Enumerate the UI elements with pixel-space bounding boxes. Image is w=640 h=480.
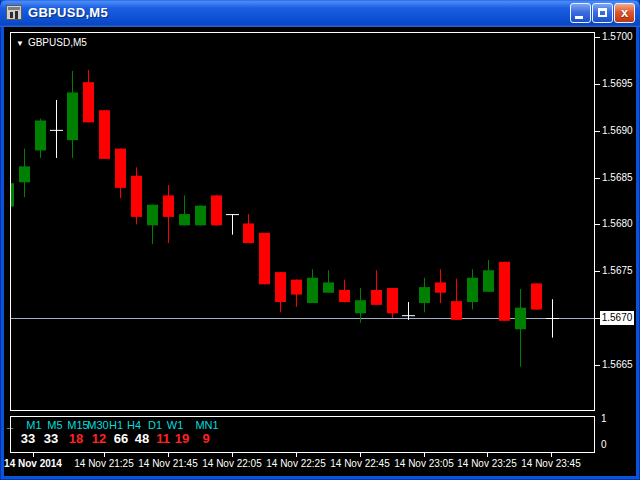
tf-value-M1: 33 [21, 432, 35, 446]
tf-value-M5: 33 [44, 432, 58, 446]
subwindow-label-dash: _ [7, 416, 13, 430]
tf-value-MN1: 9 [202, 432, 209, 446]
time-axis-label: 14 Nov 23:05 [394, 457, 454, 470]
tf-value-H1: 66 [114, 432, 128, 446]
chart-icon-candle [15, 11, 18, 19]
time-axis-label: 14 Nov 21:25 [74, 457, 134, 470]
time-axis-label: 14 Nov 2014 [4, 457, 62, 470]
tf-value-D1: 11 [156, 432, 170, 446]
candle-body [11, 183, 14, 206]
candle-body [355, 300, 366, 313]
time-axis-label: 14 Nov 22:25 [266, 457, 326, 470]
tf-label-M15[interactable]: M15 [67, 419, 88, 431]
dropdown-arrow-icon: ▼ [16, 39, 24, 48]
price-axis-label: 1.5685 [602, 172, 633, 184]
tf-label-H1[interactable]: H1 [109, 419, 123, 431]
candle-body [483, 270, 494, 292]
tf-label-M1[interactable]: M1 [26, 419, 41, 431]
tf-label-MN1[interactable]: MN1 [195, 419, 218, 431]
candle-body [147, 205, 158, 226]
symbol-period-text: GBPUSD,M5 [28, 37, 87, 48]
price-axis-label: 1.5665 [602, 359, 633, 371]
tf-label-W1[interactable]: W1 [167, 419, 184, 431]
price-tick [595, 178, 600, 179]
candle-body [275, 272, 286, 302]
candle-body [291, 280, 302, 295]
candle-body [323, 282, 334, 292]
candle-body [531, 283, 542, 309]
chart-icon [6, 5, 22, 20]
chart-icon-candle [10, 12, 13, 18]
price-axis-label: 1.5695 [602, 78, 633, 90]
candle-body [243, 223, 254, 243]
candle-body [467, 278, 478, 302]
time-axis-label: 14 Nov 21:45 [138, 457, 198, 470]
candle-body [35, 121, 46, 151]
chart-window: GBPUSD,M5 x ▼GBPUSD,M5 1.57001.56951.569… [0, 0, 640, 480]
candle-body [499, 262, 510, 321]
price-axis-label: 1.5680 [602, 218, 633, 230]
candle-body [195, 206, 206, 226]
candle-body [115, 149, 126, 188]
candle-body [211, 195, 222, 225]
close-icon: x [615, 5, 634, 20]
candle-body [307, 278, 318, 303]
window-title: GBPUSD,M5 [28, 5, 108, 20]
restore-button[interactable] [592, 3, 613, 23]
main-chart-frame: ▼GBPUSD,M5 [10, 32, 595, 411]
tf-value-M15: 18 [69, 432, 83, 446]
time-axis-label: 14 Nov 22:05 [202, 457, 262, 470]
candlestick-plot[interactable] [11, 33, 594, 410]
tf-label-M5[interactable]: M5 [47, 419, 62, 431]
candle-body [19, 166, 30, 182]
candle-body [451, 301, 462, 320]
candle-body [339, 290, 350, 302]
subwindow-scale-top: 1 [601, 413, 607, 425]
candle-body [99, 110, 110, 159]
close-button[interactable]: x [614, 3, 635, 23]
price-tick [595, 37, 600, 38]
time-axis-label: 14 Nov 22:45 [330, 457, 390, 470]
time-axis-label: 14 Nov 23:25 [457, 457, 517, 470]
title-bar[interactable]: GBPUSD,M5 x [0, 0, 640, 27]
chart-icon-titlebar-stripe [8, 7, 20, 10]
candle-body [179, 214, 190, 225]
tf-value-W1: 19 [175, 432, 189, 446]
candle-body [259, 233, 270, 284]
restore-icon [598, 8, 607, 17]
candle-body [67, 92, 78, 140]
price-tick [595, 84, 600, 85]
candle-body [131, 176, 142, 217]
price-tick [595, 271, 600, 272]
candle-body [419, 287, 430, 303]
price-axis-label: 1.5700 [602, 31, 633, 43]
price-tick [595, 365, 600, 366]
chart-symbol-label: ▼GBPUSD,M5 [16, 37, 87, 48]
time-axis-label: 14 Nov 23:45 [521, 457, 581, 470]
minimize-icon [575, 16, 583, 19]
tf-label-H4[interactable]: H4 [127, 419, 141, 431]
candle-body [435, 282, 446, 292]
tf-label-M30[interactable]: M30 [87, 419, 108, 431]
subwindow-scale-bottom: 0 [601, 439, 607, 451]
price-axis-label: 1.5690 [602, 125, 633, 137]
minimize-button[interactable] [570, 3, 591, 23]
price-tick [595, 224, 600, 225]
candle-body [163, 195, 174, 217]
chart-client-area: ▼GBPUSD,M5 1.57001.56951.56901.56851.568… [4, 27, 636, 476]
tf-value-M30: 12 [92, 432, 106, 446]
price-axis-label: 1.5675 [602, 265, 633, 277]
tf-value-H4: 48 [135, 432, 149, 446]
candle-body [387, 288, 398, 313]
candle-body [371, 290, 382, 305]
bid-price-tag: 1.5670 [600, 311, 634, 325]
candle-body [515, 308, 526, 330]
tf-label-D1[interactable]: D1 [148, 419, 162, 431]
price-tick [595, 131, 600, 132]
candle-body [83, 82, 94, 122]
